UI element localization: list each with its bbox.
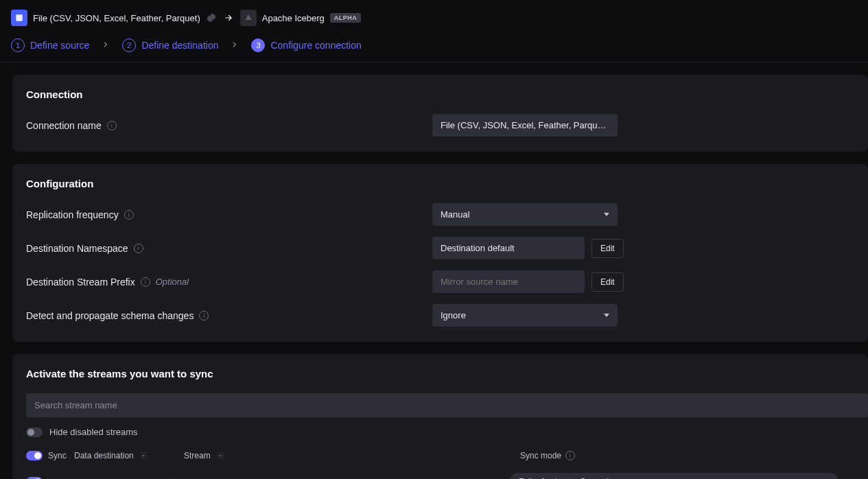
edit-prefix-button[interactable]: Edit (591, 272, 624, 292)
info-icon[interactable]: i (124, 210, 134, 220)
source-name: File (CSV, JSON, Excel, Feather, Parquet… (33, 13, 200, 23)
sync-mode-header: Sync mode (520, 451, 561, 460)
stream-search-input[interactable] (26, 393, 868, 417)
destination-schema-value: <destination schema> (74, 477, 161, 480)
edit-namespace-button[interactable]: Edit (591, 239, 624, 258)
destination-connector-icon (240, 10, 257, 26)
gear-icon[interactable] (139, 452, 148, 460)
destination-prefix-input (432, 270, 585, 293)
top-bar: File (CSV, JSON, Excel, Feather, Parquet… (0, 0, 868, 26)
info-icon[interactable]: i (141, 277, 150, 287)
hide-disabled-row: Hide disabled streams (26, 427, 868, 437)
step-configure-connection[interactable]: 3 Configure connection (251, 38, 361, 52)
optional-label: Optional (156, 277, 189, 287)
destination-namespace-input (432, 237, 585, 259)
step-label: Define source (30, 40, 89, 51)
schema-changes-row: Detect and propagate schema changes i Ig… (26, 304, 854, 327)
destination-prefix-row: Destination Stream Prefix i Optional Edi… (26, 270, 854, 293)
schema-changes-label: Detect and propagate schema changes (26, 310, 193, 321)
step-define-source[interactable]: 1 Define source (11, 38, 89, 52)
source-chip: File (CSV, JSON, Excel, Feather, Parquet… (11, 10, 217, 26)
stream-row: <destination schema> CSV File Full refre… (26, 473, 868, 479)
alpha-badge: ALPHA (330, 13, 362, 23)
replication-frequency-value: Manual (441, 209, 470, 220)
destination-chip: Apache Iceberg ALPHA (240, 10, 362, 26)
destination-name: Apache Iceberg (262, 13, 325, 23)
destination-prefix-label: Destination Stream Prefix (26, 277, 135, 288)
panel-title: Connection (26, 89, 854, 100)
destination-namespace-label: Destination Namespace (26, 243, 128, 254)
panel-title: Activate the streams you want to sync (26, 368, 868, 379)
step-label: Define destination (141, 40, 218, 51)
stream-header: Stream (184, 451, 211, 460)
destination-namespace-row: Destination Namespace i Edit (26, 237, 854, 259)
info-icon[interactable]: i (565, 451, 575, 460)
streams-panel: Activate the streams you want to sync Hi… (12, 354, 868, 479)
stream-table-header: Sync Data destination Stream Sync mode i (26, 451, 868, 460)
divider (0, 62, 868, 62)
hide-disabled-toggle[interactable] (26, 428, 43, 437)
sync-mode-select[interactable]: Full refresh Overwrite (509, 473, 838, 479)
configuration-panel: Configuration Replication frequency i Ma… (12, 164, 868, 342)
info-icon[interactable]: i (134, 244, 143, 253)
stream-name-value: CSV File (183, 477, 218, 480)
source-connector-icon (11, 10, 27, 26)
step-define-destination[interactable]: 2 Define destination (122, 38, 218, 52)
hide-disabled-label: Hide disabled streams (49, 427, 138, 437)
svg-point-1 (142, 455, 144, 457)
stepper: 1 Define source 2 Define destination 3 C… (0, 26, 868, 62)
schema-changes-select[interactable]: Ignore (432, 304, 618, 327)
sync-all-toggle[interactable] (26, 451, 43, 460)
replication-frequency-row: Replication frequency i Manual (26, 203, 854, 226)
info-icon[interactable]: i (107, 121, 117, 130)
panel-title: Configuration (26, 178, 854, 189)
step-number: 2 (122, 38, 136, 52)
info-icon[interactable]: i (199, 311, 209, 320)
chevron-right-icon (231, 40, 239, 51)
step-label: Configure connection (270, 40, 361, 51)
chevron-right-icon (102, 40, 110, 51)
connection-name-label: Connection name (26, 120, 102, 131)
caret-down-icon (604, 213, 609, 216)
replication-frequency-label: Replication frequency (26, 209, 119, 220)
data-destination-header: Data destination (74, 451, 134, 460)
connection-name-input[interactable] (432, 114, 618, 137)
connection-name-row: Connection name i (26, 114, 854, 137)
caret-down-icon (604, 314, 609, 317)
gear-icon[interactable] (216, 452, 224, 460)
replication-frequency-select[interactable]: Manual (432, 203, 618, 226)
step-number: 3 (251, 38, 265, 52)
sync-header: Sync (48, 451, 67, 460)
verified-badge-icon (206, 12, 217, 23)
svg-point-2 (219, 455, 221, 457)
svg-rect-0 (16, 14, 22, 21)
arrow-right-icon (224, 13, 233, 23)
connection-panel: Connection Connection name i (12, 75, 868, 152)
schema-changes-value: Ignore (441, 310, 466, 320)
step-number: 1 (11, 38, 25, 52)
